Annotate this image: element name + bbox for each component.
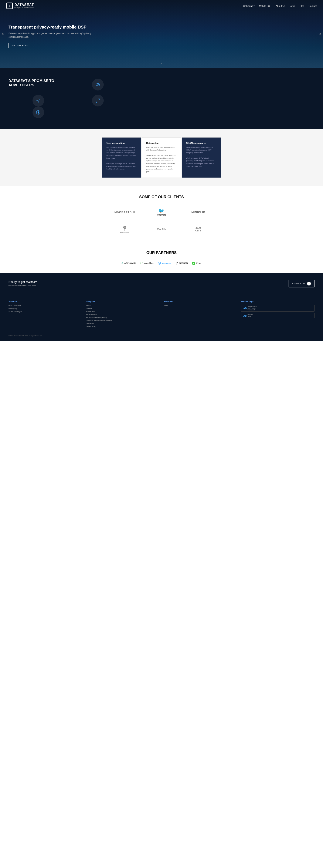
svg-text:$: $ (38, 111, 39, 114)
footer-link-ca-privacy[interactable]: California Applicant Privacy Notice (86, 319, 159, 321)
footer-link-eu-privacy[interactable]: EU Applicant Privacy Policy (86, 317, 159, 318)
promise-title: DATASEAT'S PROMISE TO ADVERTISERS (8, 79, 68, 88)
nav-links: Solutions ▾ Mobile DSP About Us News Blo… (243, 4, 317, 8)
hero-cta-button[interactable]: GET STARTED (8, 43, 31, 48)
client-tactile: Tactile (145, 225, 178, 233)
socialpoint-icon (121, 225, 128, 231)
promise-icon-gear (33, 95, 44, 106)
footer-link-mobile-dsp[interactable]: Mobile DSP (86, 311, 159, 313)
promise-icon-expand-cell (68, 95, 128, 106)
footer-grid: Solutions User Acquisition Retargeting S… (8, 301, 315, 329)
hero-scroll-down: ∨ (160, 62, 163, 65)
fyber-icon: F (192, 261, 195, 265)
svg-point-24 (97, 84, 98, 85)
footer-link-contact[interactable]: Contact Us (86, 322, 159, 324)
card-skan-body: Dataseat are experts in privacy-first, I… (186, 146, 217, 168)
footer-solutions-heading: Solutions (8, 301, 82, 303)
footer-memberships: Memberships IAB Transparencyand ConsentF… (241, 301, 315, 329)
clients-grid: M&CSAATCHI 🐦 ROVIO MINICLIP socialpoint (108, 206, 215, 236)
card-retargeting-body: Make the most of your first-party data w… (146, 146, 177, 173)
nav-item-about[interactable]: About Us (276, 4, 285, 8)
hero-next-button[interactable]: > (319, 32, 321, 36)
svg-point-23 (96, 84, 100, 86)
footer-solutions: Solutions User Acquisition Retargeting S… (8, 301, 82, 329)
footer-link-about[interactable]: About (86, 305, 159, 307)
card-ua-title: User acquisition (106, 142, 137, 144)
svg-point-36 (176, 262, 177, 262)
footer-memberships-heading: Memberships (241, 301, 315, 303)
card-retargeting: Retargeting Make the most of your first-… (142, 137, 181, 178)
appsflyer-icon (140, 261, 143, 265)
footer-link-privacy[interactable]: Privacy Policy (86, 314, 159, 315)
svg-line-27 (96, 101, 97, 103)
promise-icon-gear-cell (8, 95, 68, 106)
svg-point-31 (124, 226, 125, 228)
promise-icon-eye (92, 79, 104, 91)
eye-icon (95, 82, 100, 87)
clients-section-title: SOME OF OUR CLIENTS (4, 195, 319, 199)
footer-link-news[interactable]: News (164, 305, 237, 307)
iab-badge-1: IAB Transparencyand ConsentFramework (241, 305, 315, 312)
svg-line-26 (98, 99, 100, 100)
partners-section-title: OUR PARTNERS (4, 251, 319, 255)
iab-icon-2: IAB (243, 314, 247, 317)
client-rovio: 🐦 ROVIO (145, 206, 178, 219)
partner-appsflyer: AppsFlyer (140, 261, 154, 265)
appsumer-icon: a (158, 262, 161, 265)
footer-link-skan[interactable]: SKAN campaigns (8, 311, 82, 313)
navigation: ▶ DATASEAT Now part of ⬡ VERIZON Solutio… (0, 0, 323, 11)
nav-item-news[interactable]: News (290, 4, 296, 8)
start-now-button[interactable]: START NOW → (289, 280, 315, 287)
nav-item-mobile-dsp[interactable]: Mobile DSP (259, 4, 272, 8)
expand-icon (95, 98, 100, 103)
promise-grid: DATASEAT'S PROMISE TO ADVERTISERS (8, 79, 128, 118)
start-now-arrow: → (307, 282, 311, 285)
footer-link-ua[interactable]: User Acquisition (8, 305, 82, 307)
branch-icon (175, 261, 179, 265)
partners-section: OUR PARTNERS A APPLOVIN AppsFlyer a apps… (0, 244, 323, 273)
logo: ▶ DATASEAT Now part of ⬡ VERIZON (6, 3, 34, 9)
card-user-acquisition: User acquisition Get effective user acqu… (102, 137, 141, 178)
hero-title: Transparent privacy-ready mobile DSP (8, 24, 98, 30)
partner-branch: branch (175, 261, 188, 265)
card-skan: SKAN campaigns Dataseat are experts in p… (182, 137, 221, 178)
hero-content: Transparent privacy-ready mobile DSP Dat… (0, 7, 106, 61)
cta-section: Ready to get started? Get in touch with … (0, 273, 323, 294)
footer: Solutions User Acquisition Retargeting S… (0, 294, 323, 341)
iab-icon-1: IAB (243, 307, 247, 310)
client-mcsaatchi: M&CSAATCHI (108, 209, 141, 216)
footer-link-cookie[interactable]: Cookie Policy (86, 326, 159, 328)
start-now-label: START NOW (292, 282, 306, 285)
svg-point-40 (177, 262, 178, 262)
footer-resources-heading: Resources (164, 301, 237, 303)
footer-link-careers[interactable]: Careers (86, 308, 159, 310)
cta-subtext: Get in touch with our sales team (8, 284, 37, 286)
logo-main-text: DATASEAT (14, 3, 34, 7)
clients-section: SOME OF OUR CLIENTS M&CSAATCHI 🐦 ROVIO M… (0, 186, 323, 244)
client-miniclip: MINICLIP (182, 209, 215, 216)
promise-icon-dollar-cell: $ (8, 106, 68, 118)
footer-resources: Resources News (164, 301, 237, 329)
nav-item-solutions[interactable]: Solutions ▾ (243, 4, 255, 8)
footer-company-heading: Company (86, 301, 159, 303)
cards-grid: User acquisition Get effective user acqu… (102, 137, 221, 178)
partner-applovin: A APPLOVIN (121, 261, 136, 265)
footer-copyright: © 2024 Dataseat Mobile DSP. All Rights R… (8, 333, 315, 337)
card-skan-title: SKAN campaigns (186, 142, 217, 144)
footer-link-retargeting[interactable]: Retargeting (8, 308, 82, 310)
footer-resources-links: News (164, 305, 237, 307)
client-jamcity: JAM CITY (182, 225, 215, 234)
logo-sub-text: Now part of ⬡ VERIZON (14, 7, 34, 8)
nav-item-contact[interactable]: Contact (309, 4, 317, 8)
cta-heading: Ready to get started? (8, 280, 37, 284)
cards-section: User acquisition Get effective user acqu… (0, 129, 323, 186)
logo-icon: ▶ (6, 3, 13, 9)
logo-text: DATASEAT Now part of ⬡ VERIZON (14, 3, 34, 8)
iab-badge-text-2: Member2019 (248, 314, 253, 317)
hero-prev-button[interactable]: < (2, 32, 4, 36)
nav-item-blog[interactable]: Blog (300, 4, 304, 8)
svg-point-37 (176, 264, 177, 265)
iab-badge-2: IAB Member2019 (241, 313, 315, 318)
card-retargeting-title: Retargeting (146, 142, 177, 144)
svg-text:a: a (159, 262, 160, 264)
